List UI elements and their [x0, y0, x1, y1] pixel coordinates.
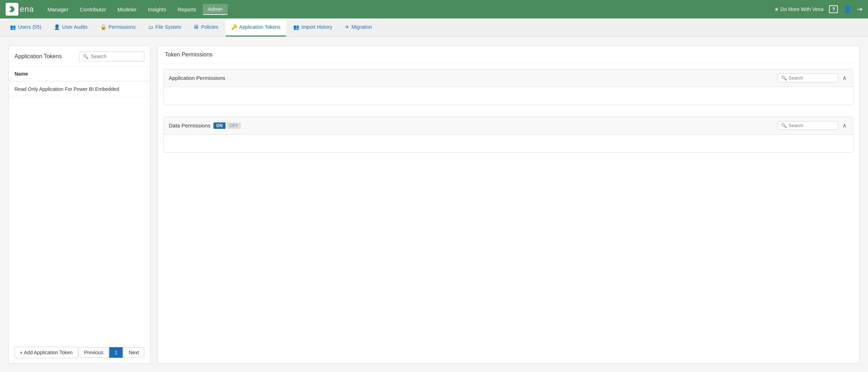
- nav-item-admin[interactable]: Admin: [203, 4, 228, 15]
- policies-icon: 🏛: [194, 24, 199, 30]
- add-token-button[interactable]: + Add Application Token: [15, 347, 78, 358]
- pagination-controls: Previous 1 Next: [79, 347, 144, 358]
- nav-item-contributor[interactable]: Contributor: [75, 4, 111, 15]
- help-button[interactable]: ?: [829, 5, 838, 13]
- table-row[interactable]: Read Only Application For Power BI Embed…: [9, 81, 150, 97]
- subnav-item-import-history[interactable]: 👥 Import History: [288, 18, 338, 37]
- do-more-link[interactable]: ★ Do More With Vena: [774, 6, 823, 12]
- tokens-search-icon: 🔍: [83, 54, 89, 59]
- application-tokens-icon: 🔑: [231, 24, 237, 30]
- application-permissions-section: Application Permissions 🔍 ∧: [163, 69, 853, 105]
- tokens-search-input[interactable]: [91, 54, 140, 59]
- nav-item-insights[interactable]: Insights: [143, 4, 171, 15]
- table-header: Name: [9, 67, 150, 81]
- nav-item-modeler[interactable]: Modeler: [112, 4, 141, 15]
- data-permissions-search-input[interactable]: [789, 123, 835, 128]
- toggle-off-button[interactable]: OFF: [227, 122, 241, 129]
- app-permissions-collapse-button[interactable]: ∧: [841, 74, 848, 82]
- user-icon: 👤: [844, 5, 851, 13]
- migration-icon: ✈: [345, 24, 349, 30]
- top-nav: ena Manager Contributor Modeler Insights…: [0, 0, 868, 18]
- data-permissions-toggle[interactable]: ON OFF: [213, 122, 241, 129]
- data-permissions-header: Data Permissions ON OFF 🔍 ∧: [164, 117, 853, 135]
- nav-item-reports[interactable]: Reports: [173, 4, 201, 15]
- toggle-on-button[interactable]: ON: [213, 122, 226, 129]
- logout-button[interactable]: ⇥: [857, 5, 862, 13]
- pagination-area: + Add Application Token Previous 1 Next: [9, 342, 150, 363]
- data-permissions-title: Data Permissions: [169, 122, 211, 128]
- users-icon: 👥: [10, 24, 16, 30]
- logo-icon: [6, 3, 18, 16]
- app-permissions-search-input[interactable]: [789, 75, 835, 81]
- import-history-icon: 👥: [293, 24, 299, 30]
- subnav-item-permissions[interactable]: 🔒 Permissions: [95, 18, 141, 37]
- app-permissions-search-icon: 🔍: [781, 75, 787, 81]
- data-permissions-controls: 🔍 ∧: [778, 121, 848, 130]
- previous-page-button[interactable]: Previous: [79, 347, 108, 358]
- subnav-item-application-tokens[interactable]: 🔑 Application Tokens: [226, 18, 286, 37]
- left-panel-header: Application Tokens 🔍: [9, 46, 150, 67]
- data-permissions-search-box[interactable]: 🔍: [778, 121, 838, 130]
- data-permissions-body: [164, 135, 853, 152]
- data-permissions-collapse-button[interactable]: ∧: [841, 121, 848, 130]
- subnav-item-users[interactable]: 👥 Users (55): [4, 18, 47, 37]
- next-page-button[interactable]: Next: [123, 347, 144, 358]
- permissions-icon: 🔒: [100, 24, 106, 30]
- current-page-button[interactable]: 1: [109, 347, 123, 358]
- left-panel-title: Application Tokens: [15, 53, 62, 60]
- logout-icon: ⇥: [857, 5, 862, 13]
- data-permissions-section: Data Permissions ON OFF 🔍 ∧: [163, 116, 853, 153]
- tokens-search-box[interactable]: 🔍: [79, 51, 144, 61]
- logo-text: ena: [20, 5, 34, 14]
- nav-items: Manager Contributor Modeler Insights Rep…: [43, 4, 774, 15]
- logo[interactable]: ena: [6, 3, 34, 16]
- app-permissions-controls: 🔍 ∧: [778, 73, 848, 82]
- subnav-item-user-audits[interactable]: 👤 User Audits: [48, 18, 93, 37]
- file-system-icon: 🗂: [148, 24, 153, 30]
- nav-item-manager[interactable]: Manager: [43, 4, 73, 15]
- data-permissions-title-area: Data Permissions ON OFF: [169, 122, 241, 129]
- right-panel-header: Token Permissions: [158, 46, 859, 63]
- user-button[interactable]: 👤: [844, 5, 851, 13]
- star-icon: ★: [774, 6, 779, 12]
- app-permissions-title: Application Permissions: [169, 75, 225, 81]
- app-permissions-header: Application Permissions 🔍 ∧: [164, 69, 853, 87]
- table-column-name: Name: [15, 71, 28, 77]
- user-audits-icon: 👤: [54, 24, 60, 30]
- token-permissions-panel: Token Permissions Application Permission…: [157, 45, 859, 363]
- token-table: Name Read Only Application For Power BI …: [9, 67, 150, 342]
- svg-marker-0: [9, 6, 15, 12]
- application-tokens-panel: Application Tokens 🔍 Name Read Only Appl…: [9, 45, 150, 363]
- nav-right: ★ Do More With Vena ? 👤 ⇥: [774, 5, 862, 13]
- app-permissions-body: [164, 87, 853, 105]
- right-panel-title: Token Permissions: [165, 51, 212, 58]
- data-permissions-search-icon: 🔍: [781, 123, 787, 128]
- app-permissions-search-box[interactable]: 🔍: [778, 73, 838, 82]
- subnav-item-file-system[interactable]: 🗂 File System: [143, 18, 187, 37]
- help-icon: ?: [829, 5, 838, 13]
- main-content: Application Tokens 🔍 Name Read Only Appl…: [0, 37, 868, 372]
- subnav-item-migration[interactable]: ✈ Migration: [339, 18, 378, 37]
- subnav-item-policies[interactable]: 🏛 Policies: [188, 18, 224, 37]
- sub-nav: 👥 Users (55) 👤 User Audits 🔒 Permissions…: [0, 18, 868, 37]
